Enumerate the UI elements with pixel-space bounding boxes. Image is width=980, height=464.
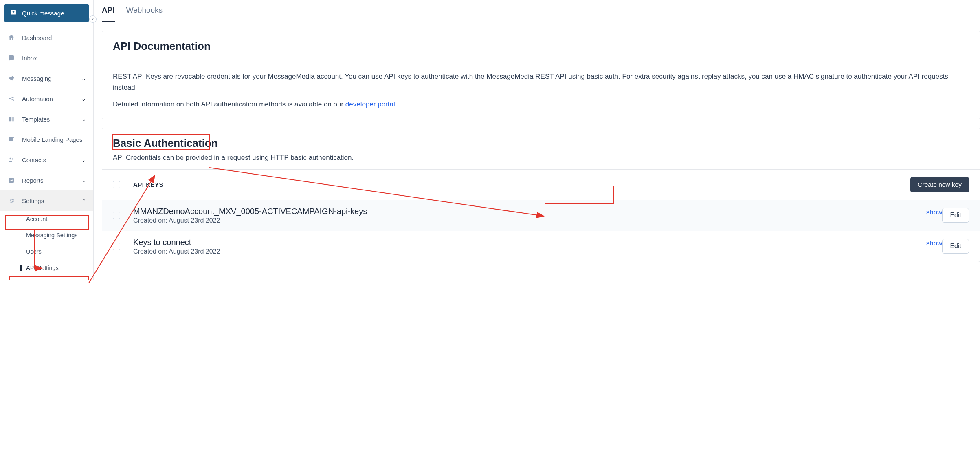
sidebar-item-contacts[interactable]: Contacts ⌄ bbox=[0, 150, 93, 170]
gear-icon bbox=[7, 197, 15, 204]
megaphone-icon bbox=[7, 75, 15, 82]
main-content: API Webhooks API Documentation REST API … bbox=[94, 0, 980, 280]
reports-icon bbox=[7, 177, 15, 184]
api-documentation-card: API Documentation REST API Keys are revo… bbox=[102, 31, 980, 119]
sidebar-label: Templates bbox=[22, 116, 75, 123]
quick-message-label: Quick message bbox=[22, 10, 64, 17]
landing-icon bbox=[7, 136, 15, 143]
api-doc-p1: REST API Keys are revocable credentials … bbox=[113, 71, 969, 93]
annotation-box-api-settings bbox=[9, 276, 89, 280]
chevron-down-icon: ⌄ bbox=[81, 157, 86, 163]
key-created: Created on: August 23rd 2022 bbox=[133, 217, 915, 224]
developer-portal-link[interactable]: developer portal bbox=[345, 100, 395, 108]
sidebar-label: Automation bbox=[22, 95, 75, 102]
plus-message-icon bbox=[10, 9, 17, 18]
tab-api[interactable]: API bbox=[102, 6, 115, 22]
row-checkbox[interactable] bbox=[113, 212, 120, 219]
sidebar-item-mlp[interactable]: Mobile Landing Pages bbox=[0, 129, 93, 150]
chevron-down-icon: ⌄ bbox=[81, 96, 86, 102]
svg-point-10 bbox=[12, 158, 13, 160]
chevron-down-icon: ⌄ bbox=[81, 116, 86, 122]
svg-rect-8 bbox=[9, 137, 13, 141]
show-link[interactable]: show bbox=[926, 239, 943, 247]
chevron-down-icon: ⌄ bbox=[81, 177, 86, 183]
edit-key-button[interactable]: Edit bbox=[942, 208, 969, 223]
annotation-box-create-key bbox=[545, 186, 614, 204]
svg-point-5 bbox=[13, 99, 14, 101]
chevron-down-icon: ⌄ bbox=[81, 75, 86, 82]
home-icon bbox=[7, 34, 15, 41]
sidebar-item-inbox[interactable]: Inbox bbox=[0, 48, 93, 68]
basic-auth-card: Basic Authentication API Credentials can… bbox=[102, 128, 980, 262]
subnav-users[interactable]: Users bbox=[26, 243, 93, 260]
api-doc-p2: Detailed information on both API authent… bbox=[113, 99, 969, 110]
sidebar-label: Dashboard bbox=[22, 34, 86, 41]
sidebar-item-templates[interactable]: Templates ⌄ bbox=[0, 109, 93, 129]
key-name: MMANZDemoAccount_MXV_0005-ACTIVECAMPAIGN… bbox=[133, 207, 915, 216]
svg-point-3 bbox=[9, 98, 10, 99]
contacts-icon bbox=[7, 156, 15, 164]
api-doc-title: API Documentation bbox=[102, 31, 980, 62]
edit-key-button[interactable]: Edit bbox=[942, 239, 969, 254]
create-new-key-button[interactable]: Create new key bbox=[910, 177, 969, 192]
api-doc-body: REST API Keys are revocable credentials … bbox=[102, 62, 980, 119]
tabs: API Webhooks bbox=[94, 0, 980, 22]
key-info: Keys to connect Created on: August 23rd … bbox=[133, 238, 915, 255]
sidebar-label: Contacts bbox=[22, 157, 75, 164]
svg-point-4 bbox=[13, 97, 14, 98]
sidebar-item-settings[interactable]: Settings ⌄ bbox=[0, 190, 93, 211]
sidebar-item-messaging[interactable]: Messaging ⌄ bbox=[0, 68, 93, 88]
key-info: MMANZDemoAccount_MXV_0005-ACTIVECAMPAIGN… bbox=[133, 207, 915, 224]
api-key-row: Keys to connect Created on: August 23rd … bbox=[102, 231, 980, 262]
sidebar-item-automation[interactable]: Automation ⌄ bbox=[0, 88, 93, 109]
sidebar-label: Mobile Landing Pages bbox=[22, 136, 86, 143]
chevron-up-icon: ⌄ bbox=[81, 198, 86, 204]
svg-point-9 bbox=[10, 158, 12, 160]
api-key-row: MMANZDemoAccount_MXV_0005-ACTIVECAMPAIGN… bbox=[102, 200, 980, 231]
subnav-api-settings[interactable]: API Settings bbox=[26, 260, 93, 276]
annotation-box-settings bbox=[5, 215, 89, 230]
inbox-icon bbox=[7, 54, 15, 62]
annotation-box-basic-auth bbox=[112, 134, 210, 150]
row-checkbox[interactable] bbox=[113, 243, 120, 250]
tab-webhooks[interactable]: Webhooks bbox=[126, 6, 163, 22]
templates-icon bbox=[7, 115, 15, 123]
basic-auth-subtitle: API Credentials can be provided in a req… bbox=[102, 154, 980, 169]
svg-rect-6 bbox=[9, 117, 11, 122]
sidebar-item-dashboard[interactable]: Dashboard bbox=[0, 27, 93, 48]
sidebar-label: Messaging bbox=[22, 75, 75, 82]
sidebar-label: Reports bbox=[22, 177, 75, 184]
sidebar-label: Inbox bbox=[22, 55, 86, 62]
sidebar-label: Settings bbox=[22, 197, 75, 204]
key-created: Created on: August 23rd 2022 bbox=[133, 248, 915, 255]
select-all-checkbox[interactable] bbox=[113, 181, 120, 188]
sidebar: Quick message ‹ Dashboard Inbox Messagin… bbox=[0, 0, 94, 280]
key-name: Keys to connect bbox=[133, 238, 915, 247]
quick-message-button[interactable]: Quick message bbox=[4, 4, 89, 22]
api-keys-col-header: API KEYS bbox=[133, 181, 910, 188]
api-keys-table-head: API KEYS Create new key bbox=[102, 169, 980, 200]
basic-auth-title: Basic Authentication bbox=[102, 128, 980, 154]
svg-rect-7 bbox=[12, 117, 14, 122]
sidebar-item-reports[interactable]: Reports ⌄ bbox=[0, 170, 93, 190]
show-link[interactable]: show bbox=[926, 208, 943, 217]
automation-icon bbox=[7, 95, 15, 102]
sidebar-collapse-button[interactable]: ‹ bbox=[89, 15, 97, 23]
